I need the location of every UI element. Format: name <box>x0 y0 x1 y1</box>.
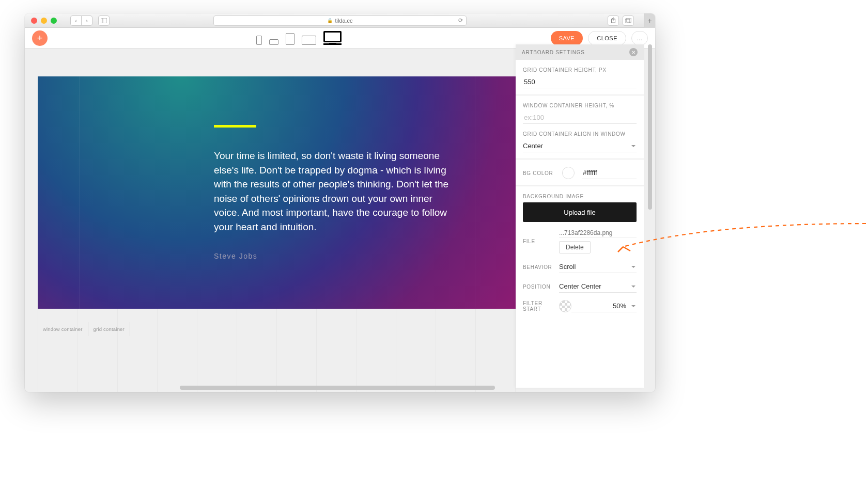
lock-icon: 🔒 <box>327 18 333 23</box>
more-button[interactable]: … <box>631 31 648 45</box>
grid-height-input[interactable] <box>523 76 637 88</box>
share-icon <box>611 18 616 23</box>
add-block-button[interactable]: + <box>32 30 48 46</box>
filter-color-swatch[interactable] <box>559 300 571 312</box>
filter-start-value: 50% <box>571 302 637 310</box>
quote-text[interactable]: Your time is limited, so don't waste it … <box>214 149 457 234</box>
sidebar-toggle-button[interactable] <box>98 15 110 26</box>
tab-window-container[interactable]: window container <box>38 322 88 336</box>
back-button[interactable]: ‹ <box>70 15 82 26</box>
panel-close-button[interactable]: ✕ <box>629 48 638 56</box>
vertical-scrollbar[interactable] <box>648 44 652 210</box>
artboard-settings-panel: ARTBOARD SETTINGS ✕ GRID CONTAINER HEIGH… <box>516 44 644 388</box>
browser-titlebar: ‹ › 🔒 tilda.cc ⟳ + <box>25 13 655 28</box>
plus-icon: + <box>37 34 43 43</box>
svg-rect-0 <box>101 18 107 23</box>
svg-rect-4 <box>625 19 630 23</box>
align-label: GRID CONTAINER ALIGN IN WINDOW <box>523 131 637 137</box>
tabs-icon <box>625 18 631 23</box>
forward-button[interactable]: › <box>81 15 92 26</box>
upload-file-button[interactable]: Upload file <box>523 202 637 222</box>
save-button[interactable]: SAVE <box>551 31 583 45</box>
device-phone-land-button[interactable] <box>269 39 278 45</box>
panel-header: ARTBOARD SETTINGS ✕ <box>516 44 644 60</box>
artboard[interactable]: Your time is limited, so don't waste it … <box>38 76 517 309</box>
desktop-icon <box>323 31 342 42</box>
device-phone-button[interactable] <box>256 36 262 45</box>
svg-rect-5 <box>627 18 631 22</box>
filter-start-label: FILTER START <box>523 300 559 312</box>
share-button[interactable] <box>608 15 619 26</box>
align-value: Center <box>523 142 543 150</box>
accent-shape[interactable] <box>214 125 256 128</box>
bg-color-input[interactable] <box>582 167 637 179</box>
author-text[interactable]: Steve Jobs <box>214 252 257 260</box>
bg-color-label: BG COLOR <box>523 170 555 176</box>
align-select[interactable]: Center <box>523 140 637 152</box>
filter-start-select[interactable]: 50% <box>571 300 637 312</box>
window-height-label: WINDOW CONTAINER HEIGHT, % <box>523 103 637 108</box>
close-button[interactable]: CLOSE <box>588 31 626 45</box>
device-desktop-button[interactable] <box>323 31 342 45</box>
horizontal-scrollbar[interactable] <box>180 386 495 390</box>
grid-height-label: GRID CONTAINER HEIGHT, PX <box>523 67 637 73</box>
browser-window: ‹ › 🔒 tilda.cc ⟳ + + <box>25 13 655 392</box>
tab-grid-container[interactable]: grid container <box>88 322 130 336</box>
window-height-input[interactable] <box>523 112 637 123</box>
delete-file-button[interactable]: Delete <box>559 241 591 253</box>
tabs-button[interactable] <box>623 15 634 26</box>
position-label: POSITION <box>523 284 559 290</box>
bg-color-swatch[interactable] <box>562 167 575 179</box>
address-bar[interactable]: 🔒 tilda.cc ⟳ <box>213 15 467 26</box>
bg-image-label: BACKGROUND IMAGE <box>523 194 637 199</box>
behavior-select[interactable]: Scroll <box>559 261 637 273</box>
position-value: Center Center <box>559 282 601 290</box>
close-icon: ✕ <box>631 50 636 55</box>
close-window-icon[interactable] <box>31 18 37 24</box>
behavior-value: Scroll <box>559 263 576 271</box>
minimize-window-icon[interactable] <box>41 18 47 24</box>
new-tab-button[interactable]: + <box>644 13 655 28</box>
file-label: FILE <box>523 239 559 244</box>
device-tablet-button[interactable] <box>286 33 295 45</box>
position-select[interactable]: Center Center <box>559 280 637 293</box>
reload-icon[interactable]: ⟳ <box>458 17 463 24</box>
maximize-window-icon[interactable] <box>51 18 57 24</box>
sidebar-icon <box>101 18 107 23</box>
traffic-lights <box>31 18 57 24</box>
container-tabs: window container grid container <box>38 322 130 336</box>
url-text: tilda.cc <box>335 18 352 24</box>
device-tablet-land-button[interactable] <box>302 36 316 45</box>
file-name: ...713af2286da.png <box>559 229 637 238</box>
panel-title: ARTBOARD SETTINGS <box>522 50 585 55</box>
device-switcher <box>256 31 342 45</box>
nav-buttons: ‹ › <box>70 15 92 26</box>
behavior-label: BEHAVIOR <box>523 264 559 270</box>
